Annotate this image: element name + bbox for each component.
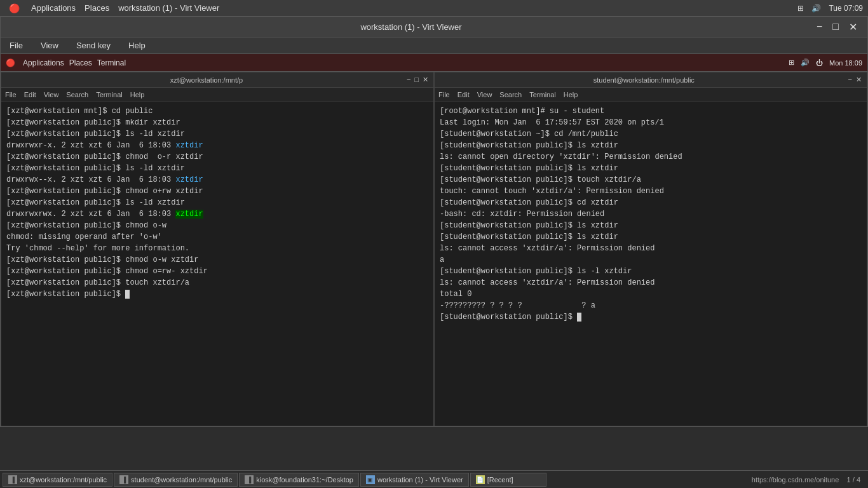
line-16: [xzt@workstation public]$ touch xztdir/a [6,277,428,288]
virt-titlebar: workstation (1) - Virt Viewer − □ ✕ [1,17,867,37]
rline-12: [student@workstation public]$ ls xztdir [440,231,862,243]
term-left-menu-help[interactable]: Help [130,91,145,98]
term-left-menu-file[interactable]: File [5,91,17,98]
line-5: [xzt@workstation public]$ chmod o-r xztd… [6,151,428,163]
rline-16: ls: cannot access 'xztdir/a': Permission… [440,277,862,288]
terminal-right-titlebar: student@workstation:/mnt/public − ✕ [435,72,867,88]
line-17: [xzt@workstation public]$ [6,288,428,300]
terminal-right-controls: − ✕ [848,76,862,84]
line-12: chmod: missing operand after 'o-w' [6,231,428,243]
file-icon-taskbar: 📄 [476,475,485,484]
taskbar-item-recent[interactable]: 📄 [Recent] [470,473,546,487]
rline-14: a [440,254,862,266]
cursor-left [125,290,130,299]
terminal-left-titlebar: xzt@workstation:/mnt/p − □ ✕ [1,72,433,88]
terminal-left: xzt@workstation:/mnt/p − □ ✕ File Edit V… [1,72,434,426]
system-places-menu[interactable]: Places [81,2,113,14]
rline-10: -bash: cd: xztdir: Permission denied [440,208,862,220]
taskbar-right: https://blog.csdn.me/onitune 1 / 4 [747,476,865,484]
terminal-left-maximize[interactable]: □ [414,76,419,84]
virt-menu-sendkey[interactable]: Send key [72,39,114,51]
term-right-menu-edit[interactable]: Edit [458,91,470,98]
term-right-menu-terminal[interactable]: Terminal [529,91,556,98]
virt-menu-file[interactable]: File [6,39,27,51]
rline-19: [student@workstation public]$ [440,311,862,323]
taskbar-item-xzt[interactable]: ▐ xzt@workstation:/mnt/public [3,473,112,487]
line-6: [xzt@workstation public]$ ls -ld xztdir [6,163,428,174]
rline-6: [student@workstation public]$ ls xztdir [440,163,862,174]
terminal-left-minimize[interactable]: − [407,76,410,84]
guest-places-menu[interactable]: Places [69,58,92,67]
system-clock: Tue 07:09 [829,4,863,13]
minimize-button[interactable]: − [814,21,825,33]
taskbar-item-kiosk[interactable]: ▐ kiosk@foundation31:~/Desktop [239,473,359,487]
term-right-menu-view[interactable]: View [477,91,492,98]
terminals-area: xzt@workstation:/mnt/p − □ ✕ File Edit V… [1,72,867,426]
vm-display: 🔴 Applications Places Terminal ⊞ 🔊 ⏻ Mon… [1,54,867,426]
taskbar-label-kiosk: kiosk@foundation31:~/Desktop [256,476,353,484]
close-button[interactable]: ✕ [846,21,860,33]
line-8: [xzt@workstation public]$ chmod o+rw xzt… [6,186,428,197]
virt-menubar: File View Send key Help [1,37,867,54]
taskbar-label-student: student@workstation:/mnt/public [131,476,232,484]
terminal-left-title: xzt@workstation:/mnt/p [6,76,407,84]
line-15: [xzt@workstation public]$ chmod o=rw- xz… [6,266,428,277]
terminal-right: student@workstation:/mnt/public − ✕ File… [434,72,867,426]
line-14: [xzt@workstation public]$ chmod o-w xztd… [6,254,428,266]
virt-title: workstation (1) - Virt Viewer [8,22,814,32]
system-bar-right: ⊞ 🔊 Tue 07:09 [797,4,863,13]
guest-network-icon: ⊞ [789,58,794,67]
term-right-menu-help[interactable]: Help [564,91,578,98]
virt-viewer-window: workstation (1) - Virt Viewer − □ ✕ File… [0,17,868,427]
guest-power-icon: ⏻ [816,59,823,67]
guest-volume-icon: 🔊 [801,58,810,67]
line-9: [xzt@workstation public]$ ls -ld xztdir [6,197,428,208]
rline-18: -????????? ? ? ? ? ? a [440,300,862,311]
line-7: drwxrwx--x. 2 xzt xzt 6 Jan 6 18:03 xztd… [6,174,428,186]
terminal-left-menubar: File Edit View Search Terminal Help [1,88,433,102]
taskbar-label-virt: workstation (1) - Virt Viewer [377,476,463,484]
term-left-menu-search[interactable]: Search [66,91,88,98]
terminal-right-close[interactable]: ✕ [856,76,862,84]
terminal-left-body[interactable]: [xzt@workstation mnt]$ cd public [xzt@wo… [1,102,433,426]
term-right-menu-file[interactable]: File [438,91,450,98]
rline-1: [root@workstation mnt]# su - student [440,105,862,117]
term-left-menu-edit[interactable]: Edit [24,91,36,98]
system-bar: 🔴 Applications Places workstation (1) - … [0,0,868,17]
guest-terminal-menu[interactable]: Terminal [97,58,126,67]
virt-menu-view[interactable]: View [37,39,62,51]
system-bar-left: 🔴 Applications Places workstation (1) - … [5,2,223,15]
rline-8: touch: cannot touch 'xztdir/a': Permissi… [440,186,862,197]
maximize-button[interactable]: □ [830,21,841,33]
taskbar-item-student[interactable]: ▐ student@workstation:/mnt/public [114,473,238,487]
rline-7: [student@workstation public]$ touch xztd… [440,174,862,186]
rline-4: [student@workstation public]$ ls xztdir [440,140,862,151]
virt-win-controls: − □ ✕ [814,21,860,33]
term-right-menu-search[interactable]: Search [499,91,522,98]
guest-topbar-right: ⊞ 🔊 ⏻ Mon 18:09 [789,58,862,67]
terminal-left-close[interactable]: ✕ [423,76,428,84]
system-applications-menu[interactable]: Applications [27,2,79,14]
page-indicator: 1 / 4 [847,476,860,484]
rline-9: [student@workstation public]$ cd xztdir [440,197,862,208]
guest-clock: Mon 18:09 [829,59,862,67]
line-11: [xzt@workstation public]$ chmod o-w [6,220,428,231]
term-left-menu-view[interactable]: View [44,91,59,98]
virt-menu-help[interactable]: Help [125,39,149,51]
term-icon-3: ▐ [245,475,254,484]
term-icon-1: ▐ [8,475,17,484]
guest-applications-menu[interactable]: Applications [23,58,64,67]
taskbar-item-virt[interactable]: ▣ workstation (1) - Virt Viewer [360,473,469,487]
line-3: [xzt@workstation public]$ ls -ld xztdir [6,128,428,140]
terminal-right-title: student@workstation:/mnt/public [440,76,848,84]
system-network-icon: ⊞ [797,4,804,13]
taskbar-label-recent: [Recent] [487,476,513,484]
system-volume-icon: 🔊 [811,4,821,13]
terminal-right-body[interactable]: [root@workstation mnt]# su - student Las… [435,102,867,426]
xztdir-blue-2: xztdir [175,175,203,184]
line-4: drwxrwxr-x. 2 xzt xzt 6 Jan 6 18:03 xztd… [6,140,428,151]
xztdir-blue-1: xztdir [175,141,203,150]
term-left-menu-terminal[interactable]: Terminal [96,91,123,98]
terminal-left-controls: − □ ✕ [407,76,428,84]
terminal-right-minimize[interactable]: − [848,76,852,84]
